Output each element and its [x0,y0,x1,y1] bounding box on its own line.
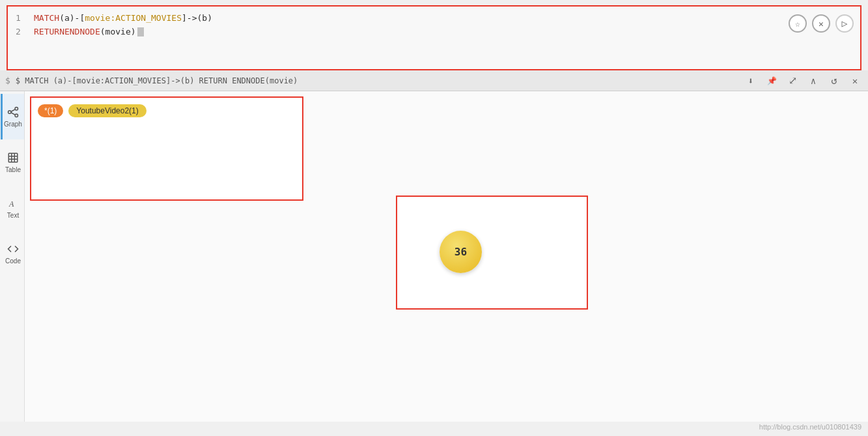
code-editor[interactable]: 1 MATCH (a)-[ movie:ACTION_MOVIES ]->(b)… [7,5,861,70]
node-panel: 36 [396,196,588,310]
tag-panel: *(1) YoutubeVideo2(1) [30,96,303,201]
star-icon[interactable]: ☆ [789,14,807,33]
youtube-tag[interactable]: YoutubeVideo2(1) [68,104,146,117]
svg-point-2 [15,114,18,117]
star-tag[interactable]: *(1) [38,104,63,117]
cursor [137,27,144,36]
sidebar: Graph Table A Text Co [0,91,25,422]
close-icon[interactable]: ✕ [847,73,863,89]
text-icon: A [7,197,19,209]
sidebar-item-graph[interactable]: Graph [1,94,24,139]
dollar-sign: $ [5,76,10,85]
editor-top-icons: ☆ ✕ ▷ [789,14,854,33]
download-icon[interactable]: ⬇ [743,73,759,89]
svg-point-0 [8,110,12,113]
toolbar-action-icons: ⬇ 📌 ⤢ ∧ ↺ ✕ [743,73,863,89]
sidebar-item-table[interactable]: Table [1,139,24,185]
svg-line-3 [11,109,15,111]
query-text-display: $ MATCH (a)-[movie:ACTION_MOVIES]->(b) R… [16,76,743,85]
svg-point-1 [15,107,18,110]
chevron-up-icon[interactable]: ∧ [805,73,821,89]
pin-icon[interactable]: 📌 [764,73,779,89]
code-icon [7,243,19,255]
table-icon [7,152,19,164]
sidebar-label-text: Text [7,212,19,219]
node-circle[interactable]: 36 [440,231,482,273]
close-circle-icon[interactable]: ✕ [812,14,830,33]
graph-icon [7,106,19,118]
sidebar-label-code: Code [5,257,21,265]
query-toolbar: $ $ MATCH (a)-[movie:ACTION_MOVIES]->(b)… [0,70,868,91]
svg-text:A: A [8,199,14,208]
sidebar-label-table: Table [5,166,21,173]
code-line-1: 1 MATCH (a)-[ movie:ACTION_MOVIES ]->(b) [16,12,852,25]
svg-line-4 [11,112,15,114]
refresh-icon[interactable]: ↺ [826,73,842,89]
tags-container: *(1) YoutubeVideo2(1) [38,104,296,117]
sidebar-label-graph: Graph [4,121,22,128]
code-line-2: 2 RETURN ENDNODE (movie) [16,25,852,39]
expand-icon[interactable]: ⤢ [785,73,800,89]
node-value: 36 [455,246,467,258]
svg-rect-5 [8,153,18,162]
watermark: http://blog.csdn.net/u010801439 [759,423,861,431]
sidebar-item-code[interactable]: Code [1,231,24,276]
right-bracket-icon[interactable]: ▷ [835,14,854,33]
sidebar-item-text[interactable]: A Text [1,185,24,231]
